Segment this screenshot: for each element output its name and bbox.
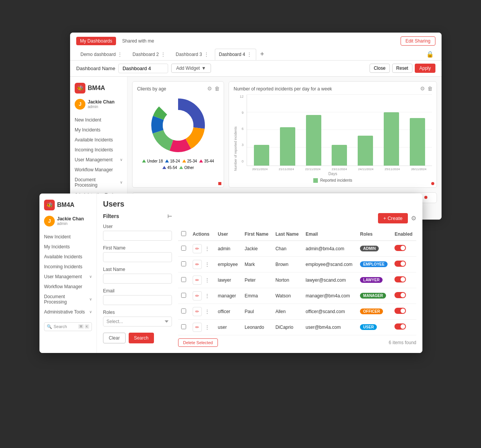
dashboard-window: My Dashboards Shared with me Edit Sharin… xyxy=(70,33,442,220)
row-checkbox[interactable] xyxy=(181,309,186,313)
filter-group-user: User xyxy=(103,224,172,241)
lock-icon[interactable]: 🔒 xyxy=(426,51,434,57)
table-settings-icon[interactable]: ⚙ xyxy=(411,215,416,222)
more-button-user[interactable]: ⋮ xyxy=(203,323,211,332)
donut-svg xyxy=(147,95,209,156)
toggle-manager[interactable] xyxy=(394,292,406,298)
tab-demo-dots[interactable]: ⋮ xyxy=(117,51,123,57)
toggle-admin[interactable] xyxy=(394,245,406,251)
row-checkbox[interactable] xyxy=(181,277,186,282)
edit-button-lawyer[interactable]: ✏ xyxy=(193,276,202,285)
users-sidebar-user-management[interactable]: User Management ∨ xyxy=(39,272,97,282)
tab-dashboard-2[interactable]: Dashboard 2 ⋮ xyxy=(128,49,170,60)
add-widget-button[interactable]: Add Widget ▼ xyxy=(171,64,211,73)
row-checkbox[interactable] xyxy=(181,261,186,266)
filter-email-input[interactable] xyxy=(103,295,172,305)
filter-roles-select[interactable]: Select... xyxy=(103,317,172,327)
more-button-officer[interactable]: ⋮ xyxy=(203,307,211,316)
edit-sharing-button[interactable]: Edit Sharing xyxy=(401,36,435,46)
sidebar-item-my-incidents[interactable]: My Incidents xyxy=(70,125,127,135)
apply-button[interactable]: Apply xyxy=(415,64,435,73)
bar-settings-icon[interactable]: ⚙ xyxy=(420,85,425,92)
edit-button-manager[interactable]: ✏ xyxy=(193,291,202,300)
users-sidebar-new-incident[interactable]: New Incident xyxy=(39,232,97,242)
tab-d3-dots[interactable]: ⋮ xyxy=(204,51,209,57)
sidebar-item-workflow-manager[interactable]: Workflow Manager xyxy=(70,165,127,175)
tab-d4-dots[interactable]: ⋮ xyxy=(247,51,252,57)
sidebar-item-new-incident[interactable]: New Incident xyxy=(70,115,127,125)
users-sidebar-nav: New Incident My Incidents Available Inci… xyxy=(39,229,97,320)
row-checkbox[interactable] xyxy=(181,246,186,251)
edit-button-admin[interactable]: ✏ xyxy=(193,244,202,253)
sidebar-item-user-management[interactable]: User Management ∨ xyxy=(70,155,127,165)
delete-selected-button[interactable]: Delete Selected xyxy=(178,338,218,347)
filter-user-input[interactable] xyxy=(103,231,172,241)
edit-button-user[interactable]: ✏ xyxy=(193,323,202,332)
more-button-manager[interactable]: ⋮ xyxy=(203,291,211,300)
first-name-cell-user: Leonardo xyxy=(242,319,272,335)
tab-demo-dashboard[interactable]: Demo dashboard ⋮ xyxy=(76,49,127,60)
filter-group-email: Email xyxy=(103,288,172,305)
users-doc-processing-chevron: ∨ xyxy=(89,297,92,301)
user-cell-admin: admin xyxy=(215,241,242,257)
tab-dashboard-3[interactable]: Dashboard 3 ⋮ xyxy=(172,49,213,60)
add-tab-button[interactable]: + xyxy=(258,50,267,58)
table-row: ✏ ⋮ manager Emma Watson manager@bm4a.com… xyxy=(178,288,416,304)
toggle-officer[interactable] xyxy=(394,308,406,314)
my-dashboards-button[interactable]: My Dashboards xyxy=(76,37,116,45)
role-cell-user: USER xyxy=(357,319,391,335)
sidebar-item-available-incidents[interactable]: Available Incidents xyxy=(70,135,127,145)
users-body: 🐝 BM4A J Jackie Chan admin New Incident … xyxy=(39,194,422,353)
filter-first-name-input[interactable] xyxy=(103,252,172,262)
users-sidebar-available-incidents[interactable]: Available Incidents xyxy=(39,252,97,262)
users-sidebar-admin-tools[interactable]: Administrative Tools ∨ xyxy=(39,307,97,317)
row-checkbox-cell xyxy=(178,272,190,288)
clear-button[interactable]: Clear xyxy=(103,333,126,343)
search-button[interactable]: Search xyxy=(129,333,154,343)
toggle-user[interactable] xyxy=(394,323,406,330)
select-all-checkbox[interactable] xyxy=(181,231,186,236)
more-button-employee[interactable]: ⋮ xyxy=(203,260,211,269)
users-sidebar-incoming-incidents[interactable]: Incoming Incidents xyxy=(39,262,97,272)
edit-button-employee[interactable]: ✏ xyxy=(193,260,202,269)
reset-button[interactable]: Reset xyxy=(392,64,412,73)
row-checkbox[interactable] xyxy=(181,324,186,329)
donut-delete-icon[interactable]: 🗑 xyxy=(214,85,220,92)
users-sidebar-search[interactable]: 🔍 Search ⌘ K xyxy=(44,322,92,331)
header-row: Actions User First Name Last Name Email … xyxy=(178,228,416,241)
donut-settings-icon[interactable]: ⚙ xyxy=(207,85,212,92)
close-button[interactable]: Close xyxy=(370,64,390,73)
sidebar-item-document-processing[interactable]: Document Processing ∨ xyxy=(70,175,127,190)
col-header-roles: Roles xyxy=(357,228,391,241)
users-user-name: Jackie Chan xyxy=(57,216,84,222)
bar-legend-box xyxy=(313,178,318,183)
edit-button-officer[interactable]: ✏ xyxy=(193,307,202,316)
col-select-all[interactable] xyxy=(178,228,190,241)
users-sidebar-my-incidents[interactable]: My Incidents xyxy=(39,242,97,252)
toggle-employee[interactable] xyxy=(394,261,406,267)
toggle-lawyer[interactable] xyxy=(394,276,406,282)
users-avatar: J xyxy=(44,216,55,226)
row-checkbox-cell xyxy=(178,288,190,304)
more-button-lawyer[interactable]: ⋮ xyxy=(203,276,211,285)
filters-collapse-icon[interactable]: ⊢ xyxy=(167,213,172,219)
partial-resize-handle[interactable] xyxy=(424,196,427,199)
users-logo-icon: 🐝 xyxy=(44,200,55,210)
dashboard-name-input[interactable] xyxy=(118,64,168,73)
items-found-label: 6 items found xyxy=(389,340,416,345)
row-actions: ✏ ⋮ xyxy=(193,244,212,253)
filter-last-name-input[interactable] xyxy=(103,274,172,284)
bar-delete-icon[interactable]: 🗑 xyxy=(427,85,433,92)
sidebar-item-incoming-incidents[interactable]: Incoming Incidents xyxy=(70,145,127,155)
bar-resize-handle[interactable] xyxy=(431,182,434,185)
more-button-admin[interactable]: ⋮ xyxy=(203,244,211,253)
shared-with-me-button[interactable]: Shared with me xyxy=(119,37,157,45)
create-button[interactable]: + Create xyxy=(378,213,408,223)
users-sidebar-workflow-manager[interactable]: Workflow Manager xyxy=(39,282,97,292)
tab-d2-dots[interactable]: ⋮ xyxy=(160,51,166,57)
row-actions: ✏ ⋮ xyxy=(193,276,212,285)
users-sidebar-document-processing[interactable]: Document Processing ∨ xyxy=(39,292,97,307)
row-checkbox[interactable] xyxy=(181,293,186,298)
tab-dashboard-4[interactable]: Dashboard 4 ⋮ xyxy=(215,49,257,60)
resize-handle[interactable] xyxy=(218,182,221,185)
